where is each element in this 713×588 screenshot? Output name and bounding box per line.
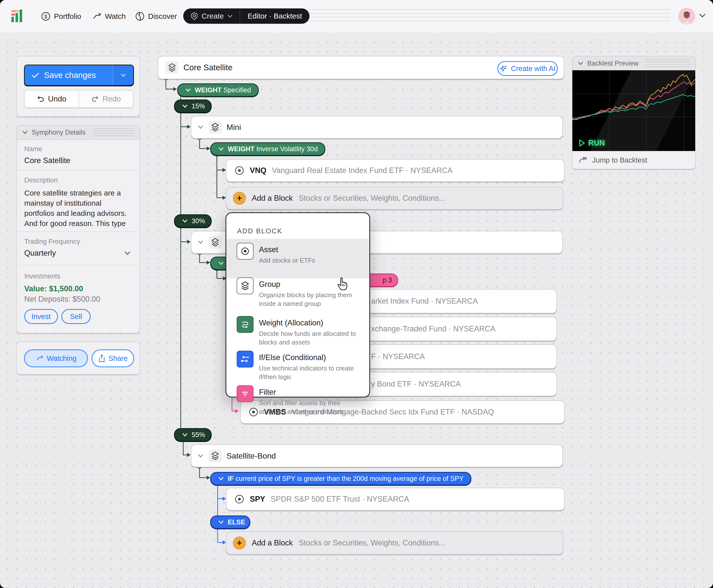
share-icon — [98, 354, 105, 362]
symphony-details-header[interactable]: Symphony Details — [17, 125, 140, 140]
chevron-down-icon[interactable] — [197, 125, 204, 129]
popup-item-title: If/Else (Conditional) — [259, 353, 365, 362]
weight-percent: 15% — [191, 102, 205, 110]
layers-icon — [166, 61, 179, 74]
root-group-card[interactable]: Core Satellite Create with AI — [158, 56, 564, 79]
popup-item-title: Asset — [259, 245, 315, 254]
investments-label: Investments — [24, 272, 60, 280]
backtest-preview-header[interactable]: Backtest Preview — [572, 57, 695, 71]
add-block-label: Add a Block — [252, 539, 293, 547]
popup-item-weight[interactable]: Weight (Allocation) Decide how funds are… — [226, 312, 369, 351]
asset-ticker: SPY — [250, 495, 265, 504]
jump-to-backtest-button[interactable]: Jump to Backtest — [572, 151, 695, 169]
chevron-down-icon — [182, 104, 188, 108]
trading-frequency-label: Trading Frequency — [24, 238, 80, 246]
divider — [17, 265, 140, 266]
weight-mode: Inverse Volatility 30d — [257, 145, 318, 153]
weight-branch-55[interactable]: 55% — [174, 428, 212, 441]
layers-icon — [209, 121, 222, 134]
tab-editor-backtest[interactable]: Editor · Backtest — [240, 12, 309, 20]
popup-item-desc: Add stocks or ETFs — [259, 256, 315, 265]
value-text: Value: $1,500.00 — [24, 285, 83, 293]
popup-item-ifelse[interactable]: If/Else (Conditional) Use technical indi… — [226, 347, 369, 385]
run-button[interactable]: RUN — [579, 139, 605, 147]
undo-icon — [37, 95, 45, 103]
asset-name: SPDR S&P 500 ETF Trust · NYSEARCA — [270, 495, 409, 504]
panel-drag-handle[interactable] — [93, 128, 135, 136]
save-dropdown-toggle[interactable] — [113, 65, 133, 85]
add-block-hint: Stocks or Securities, Weights, Condition… — [299, 194, 445, 203]
invest-button[interactable]: Invest — [24, 309, 58, 324]
composer-logo[interactable] — [12, 9, 23, 22]
chevron-down-icon — [218, 520, 224, 524]
backtest-preview-title: Backtest Preview — [587, 60, 638, 67]
avatar[interactable] — [678, 8, 695, 25]
weight-inverse-volatility-pill[interactable]: WEIGHT Inverse Volatility 30d — [210, 142, 325, 156]
asset-name-fragment: arket Index Fund · NYSEARCA — [371, 297, 478, 306]
popup-item-desc: Organize blocks by placing them inside a… — [259, 291, 365, 308]
avatar-illustration — [678, 8, 695, 25]
asset-name-fragment: xchange-Traded Fund · NYSEARCA — [371, 324, 495, 333]
trading-frequency-select[interactable]: Quarterly — [24, 249, 56, 258]
if-condition-pill[interactable]: IF current price of SPY is greater than … — [210, 472, 471, 485]
popup-item-asset[interactable]: Asset Add stocks or ETFs — [226, 239, 369, 278]
ai-sparkle-icon — [500, 65, 508, 72]
watching-button[interactable]: Watching — [24, 350, 88, 367]
asset-card-spy[interactable]: SPY SPDR S&P 500 ETF Trust · NYSEARCA — [226, 488, 565, 510]
popup-item-filter[interactable]: Filter Sort and filter assets by their a… — [226, 381, 369, 420]
popup-item-group[interactable]: Group Organize blocks by placing them in… — [226, 273, 369, 312]
popup-item-desc: Use technical indicators to create if/th… — [259, 364, 365, 381]
chevron-down-icon[interactable] — [124, 251, 131, 256]
group-card-satellite-bond[interactable]: Satellite-Bond — [191, 444, 563, 467]
share-button[interactable]: Share — [91, 350, 134, 367]
weight-mode: Specified — [224, 86, 251, 94]
weight-branch-30[interactable]: 30% — [174, 214, 212, 228]
redo-button[interactable]: Redo — [79, 90, 133, 107]
asset-ticker: VNQ — [250, 166, 266, 175]
save-changes-button[interactable]: Save changes — [24, 65, 134, 86]
sell-button[interactable]: Sell — [61, 309, 90, 324]
chevron-down-icon — [218, 261, 224, 266]
gridline — [572, 94, 695, 94]
app-window: $ Portfolio Watch Discover Create — [0, 0, 713, 588]
nav-portfolio[interactable]: $ Portfolio — [41, 9, 81, 24]
chevron-down-icon[interactable] — [197, 240, 204, 245]
discover-compass-icon — [135, 12, 145, 21]
add-block-button[interactable]: + Add a Block Stocks or Securities, Weig… — [226, 531, 563, 554]
else-pill[interactable]: ELSE — [210, 516, 250, 529]
chevron-down-icon[interactable] — [197, 454, 204, 458]
watching-label: Watching — [47, 354, 77, 362]
create-menu[interactable]: Create — [183, 12, 240, 20]
check-icon — [31, 72, 40, 79]
logo-bars-icon — [12, 9, 23, 22]
name-value[interactable]: Core Satellite — [24, 156, 70, 165]
strategy-canvas[interactable]: Save changes Undo Redo Symphony — [0, 33, 713, 588]
asset-target-icon — [237, 243, 253, 259]
add-block-button[interactable]: + Add a Block Stocks or Securities, Weig… — [226, 187, 563, 210]
if-condition-text: current price of SPY is greater than the… — [236, 475, 464, 482]
create-with-ai-button[interactable]: Create with AI — [497, 61, 558, 76]
filter-badge-fragment: p 3 — [383, 276, 392, 284]
backtest-preview-panel: Backtest Preview RUN Jump to Backtest — [572, 56, 696, 169]
weight-specified-pill[interactable]: WEIGHT Specified — [177, 83, 259, 97]
net-deposits-text: Net Deposits: $500.00 — [24, 295, 100, 303]
filter-icon — [237, 385, 253, 402]
avatar-chevron-icon[interactable] — [699, 13, 706, 18]
if-keyword: IF — [228, 475, 234, 482]
asset-card-vnq[interactable]: VNQ Vanguard Real Estate Index Fund ETF … — [226, 159, 565, 182]
symphony-details-panel: Symphony Details Name Core Satellite Des… — [16, 125, 140, 333]
description-value[interactable]: Core satellite strategies are a mainstay… — [24, 188, 133, 228]
plus-icon: + — [233, 537, 246, 549]
popup-item-title: Group — [259, 280, 365, 289]
undo-button[interactable]: Undo — [24, 90, 79, 107]
name-label: Name — [24, 145, 42, 153]
nav-discover[interactable]: Discover — [135, 9, 177, 24]
play-icon — [579, 139, 585, 147]
panel-drag-handle[interactable] — [646, 59, 690, 67]
nav-watch[interactable]: Watch — [92, 9, 126, 24]
navbar-drag-stripes — [306, 9, 670, 22]
asset-target-icon — [235, 494, 244, 504]
group-card-mini[interactable]: Mini — [191, 116, 563, 139]
gridline — [572, 117, 695, 117]
weight-branch-15[interactable]: 15% — [174, 100, 212, 113]
